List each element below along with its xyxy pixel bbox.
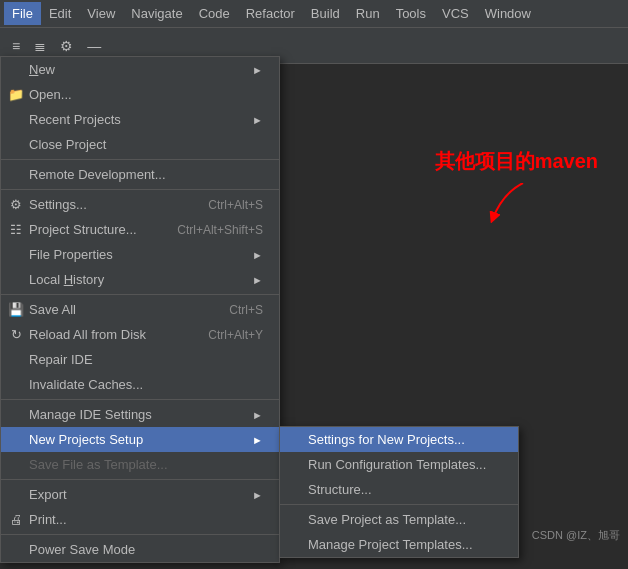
minimize-icon[interactable]: ― <box>83 36 105 56</box>
menu-item-invalidate[interactable]: Invalidate Caches... <box>1 372 279 397</box>
menu-view[interactable]: View <box>79 2 123 25</box>
menu-window[interactable]: Window <box>477 2 539 25</box>
menu-refactor[interactable]: Refactor <box>238 2 303 25</box>
menu-item-new-projects-setup[interactable]: New Projects Setup ► Settings for New Pr… <box>1 427 279 452</box>
submenu-item-manage-templates[interactable]: Manage Project Templates... <box>280 532 518 557</box>
menu-item-project-structure[interactable]: ☷ Project Structure... Ctrl+Alt+Shift+S <box>1 217 279 242</box>
annotation-text: 其他项目的maven <box>435 148 598 175</box>
open-folder-icon: 📁 <box>7 87 25 102</box>
menu-file[interactable]: File <box>4 2 41 25</box>
menu-run[interactable]: Run <box>348 2 388 25</box>
menu-item-repair[interactable]: Repair IDE <box>1 347 279 372</box>
menu-item-local-history[interactable]: Local History ► <box>1 267 279 292</box>
menu-item-power-save[interactable]: Power Save Mode <box>1 537 279 562</box>
format-align-icon[interactable]: ≡ <box>8 36 24 56</box>
watermark: CSDN @IZ、旭哥 <box>532 528 620 543</box>
separator-1 <box>1 159 279 160</box>
submenu-item-structure[interactable]: Structure... <box>280 477 518 502</box>
separator-2 <box>1 189 279 190</box>
menu-item-print[interactable]: 🖨 Print... <box>1 507 279 532</box>
menu-item-new[interactable]: New ► <box>1 57 279 82</box>
project-structure-icon: ☷ <box>7 222 25 237</box>
menu-item-export[interactable]: Export ► <box>1 482 279 507</box>
main-content: ≡ ≣ ⚙ ― 其他项目的maven New ► <box>0 28 628 569</box>
menu-item-save-all[interactable]: 💾 Save All Ctrl+S <box>1 297 279 322</box>
new-projects-submenu: Settings for New Projects... Run Configu… <box>279 426 519 558</box>
menu-edit[interactable]: Edit <box>41 2 79 25</box>
submenu-separator-1 <box>280 504 518 505</box>
menu-item-recent[interactable]: Recent Projects ► <box>1 107 279 132</box>
menu-item-open[interactable]: 📁 Open... <box>1 82 279 107</box>
menu-bar: File Edit View Navigate Code Refactor Bu… <box>0 0 628 28</box>
print-icon: 🖨 <box>7 512 25 527</box>
menu-vcs[interactable]: VCS <box>434 2 477 25</box>
separator-3 <box>1 294 279 295</box>
submenu-item-run-config[interactable]: Run Configuration Templates... <box>280 452 518 477</box>
menu-item-file-properties[interactable]: File Properties ► <box>1 242 279 267</box>
menu-item-close-project[interactable]: Close Project <box>1 132 279 157</box>
menu-code[interactable]: Code <box>191 2 238 25</box>
annotation-arrow <box>473 183 533 226</box>
submenu-item-settings-new[interactable]: Settings for New Projects... <box>280 427 518 452</box>
settings-gear-icon: ⚙ <box>7 197 25 212</box>
menu-item-manage-ide[interactable]: Manage IDE Settings ► <box>1 402 279 427</box>
settings-icon[interactable]: ⚙ <box>56 36 77 56</box>
menu-item-settings[interactable]: ⚙ Settings... Ctrl+Alt+S <box>1 192 279 217</box>
save-icon: 💾 <box>7 302 25 317</box>
menu-item-remote[interactable]: Remote Development... <box>1 162 279 187</box>
reload-icon: ↻ <box>7 327 25 342</box>
menu-item-reload[interactable]: ↻ Reload All from Disk Ctrl+Alt+Y <box>1 322 279 347</box>
menu-tools[interactable]: Tools <box>388 2 434 25</box>
separator-4 <box>1 399 279 400</box>
separator-6 <box>1 534 279 535</box>
file-dropdown-menu: New ► 📁 Open... Recent Projects ► Close … <box>0 56 280 563</box>
menu-build[interactable]: Build <box>303 2 348 25</box>
separator-5 <box>1 479 279 480</box>
format-lines-icon[interactable]: ≣ <box>30 36 50 56</box>
menu-navigate[interactable]: Navigate <box>123 2 190 25</box>
submenu-item-save-template[interactable]: Save Project as Template... <box>280 507 518 532</box>
menu-item-save-file-template: Save File as Template... <box>1 452 279 477</box>
